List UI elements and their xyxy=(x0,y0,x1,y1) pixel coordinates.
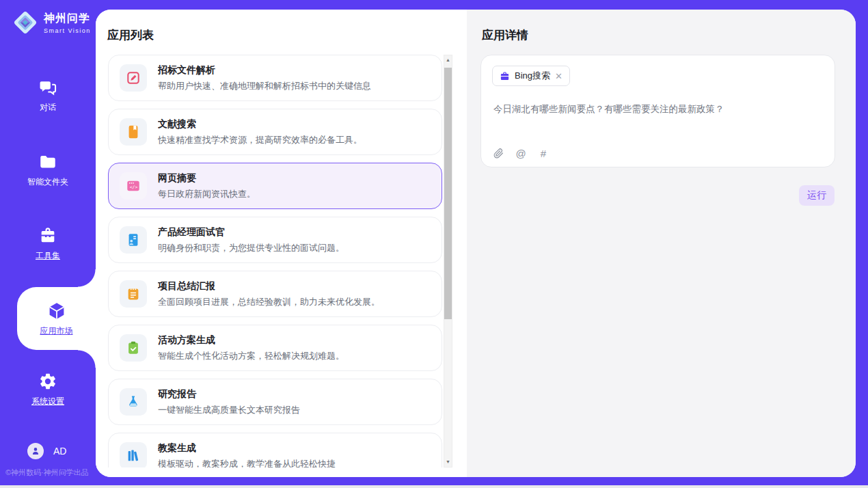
sidebar-item-chat[interactable]: 对话 xyxy=(0,77,96,113)
sidebar-item-label: 应用市场 xyxy=(40,325,73,337)
app-card[interactable]: 活动方案生成智能生成个性化活动方案，轻松解决规划难题。 xyxy=(108,325,442,371)
at-icon[interactable]: @ xyxy=(515,148,526,159)
sidebar-item-label: 工具集 xyxy=(36,250,60,262)
hash-icon[interactable]: # xyxy=(538,148,549,159)
app-name: 研究报告 xyxy=(158,388,300,401)
app-description: 智能生成个性化活动方案，轻松解决规划难题。 xyxy=(158,350,344,362)
person-document-icon xyxy=(120,226,147,254)
sidebar: 神州问学 Smart Vision 对话智能文件夹工具集应用市场系统设置 AD … xyxy=(0,0,96,485)
paperclip-icon[interactable] xyxy=(493,148,504,159)
diamond-logo-icon xyxy=(12,10,38,36)
svg-text:</>: </> xyxy=(130,185,138,190)
sidebar-item-toolbox[interactable]: 工具集 xyxy=(0,226,96,262)
copyright-text: ©神州数码·神州问学出品 xyxy=(5,467,89,478)
app-description: 快速精准查找学术资源，提高研究效率的必备工具。 xyxy=(158,134,362,146)
notepad-icon xyxy=(120,280,147,308)
app-card[interactable]: 招标文件解析帮助用户快速、准确地理解和解析招标书中的关键信息 xyxy=(108,55,442,101)
app-name: 项目总结汇报 xyxy=(158,280,380,293)
composer-toolbar: @ # xyxy=(493,148,549,159)
flask-icon xyxy=(120,388,147,416)
gear-icon xyxy=(38,371,58,392)
app-card[interactable]: 教案生成模板驱动，教案秒成，教学准备从此轻松快捷 xyxy=(108,433,442,467)
sidebar-item-label: 对话 xyxy=(40,102,56,113)
user-account[interactable]: AD xyxy=(27,443,66,459)
app-detail-title: 应用详情 xyxy=(482,27,528,43)
scroll-down-icon[interactable]: ▼ xyxy=(444,457,452,467)
app-list-pane: 应用列表 招标文件解析帮助用户快速、准确地理解和解析招标书中的关键信息文献搜索快… xyxy=(96,10,467,477)
run-button[interactable]: 运行 xyxy=(799,185,835,206)
app-description: 全面回顾项目进展，总结经验教训，助力未来优化发展。 xyxy=(158,296,380,308)
folder-icon xyxy=(38,152,58,172)
app-name: 文献搜索 xyxy=(158,118,362,131)
scrollbar-thumb[interactable] xyxy=(444,68,452,319)
query-text[interactable]: 今日湖北有哪些新闻要点？有哪些需要关注的最新政策？ xyxy=(493,103,822,116)
app-name: 教案生成 xyxy=(158,442,336,455)
app-card[interactable]: </>网页摘要每日政府新闻资讯快查。 xyxy=(108,163,442,209)
app-card[interactable]: 项目总结汇报全面回顾项目进展，总结经验教训，助力未来优化发展。 xyxy=(108,271,442,317)
briefcase-icon xyxy=(500,71,510,81)
browser-window-icon: </> xyxy=(120,172,147,200)
close-icon[interactable]: ✕ xyxy=(555,72,562,81)
toolbox-icon xyxy=(38,226,58,246)
concave-corner xyxy=(78,350,96,368)
concave-corner xyxy=(78,269,96,287)
app-window-frame: 神州问学 Smart Vision 对话智能文件夹工具集应用市场系统设置 AD … xyxy=(0,0,868,485)
sidebar-item-label: 智能文件夹 xyxy=(27,176,68,188)
clipboard-check-icon xyxy=(120,334,147,362)
app-detail-pane: 应用详情 Bing搜索 ✕ 今日湖北有哪些新闻要点？有哪些需要关注的最新政策？ xyxy=(467,10,856,477)
cube-icon xyxy=(46,301,67,321)
brand-logo: 神州问学 Smart Vision xyxy=(12,10,91,36)
person-icon xyxy=(31,446,40,456)
book-icon xyxy=(120,118,147,146)
app-list: 招标文件解析帮助用户快速、准确地理解和解析招标书中的关键信息文献搜索快速精准查找… xyxy=(108,55,442,467)
sidebar-item-label: 系统设置 xyxy=(31,396,64,407)
scroll-up-icon[interactable]: ▲ xyxy=(444,55,452,65)
app-name: 网页摘要 xyxy=(158,172,256,185)
app-description: 一键智能生成高质量长文本研究报告 xyxy=(158,404,300,416)
sidebar-item-cube[interactable]: 应用市场 xyxy=(17,287,96,350)
books-icon xyxy=(120,442,147,467)
app-name: 产品经理面试官 xyxy=(158,226,344,239)
chat-icon xyxy=(38,77,58,98)
app-name: 活动方案生成 xyxy=(158,334,344,347)
app-description: 帮助用户快速、准确地理解和解析招标书中的关键信息 xyxy=(158,80,371,92)
app-card[interactable]: 研究报告一键智能生成高质量长文本研究报告 xyxy=(108,379,442,425)
avatar xyxy=(27,443,44,459)
app-card[interactable]: 产品经理面试官明确身份和职责，为您提供专业性的面试问题。 xyxy=(108,217,442,263)
sidebar-item-gear[interactable]: 系统设置 xyxy=(0,371,96,407)
tool-tag-label: Bing搜索 xyxy=(515,70,550,82)
app-name: 招标文件解析 xyxy=(158,64,371,77)
main-content-panel: 应用列表 招标文件解析帮助用户快速、准确地理解和解析招标书中的关键信息文献搜索快… xyxy=(96,10,856,477)
query-composer: Bing搜索 ✕ 今日湖北有哪些新闻要点？有哪些需要关注的最新政策？ @ # xyxy=(480,55,835,167)
sidebar-item-folder[interactable]: 智能文件夹 xyxy=(0,152,96,188)
user-initials: AD xyxy=(53,446,66,457)
app-description: 明确身份和职责，为您提供专业性的面试问题。 xyxy=(158,242,344,254)
app-list-scrollbar[interactable]: ▲ ▼ xyxy=(444,55,452,467)
app-description: 每日政府新闻资讯快查。 xyxy=(158,188,256,200)
brand-name: 神州问学 xyxy=(44,12,91,26)
app-card[interactable]: 文献搜索快速精准查找学术资源，提高研究效率的必备工具。 xyxy=(108,109,442,155)
app-description: 模板驱动，教案秒成，教学准备从此轻松快捷 xyxy=(158,458,336,468)
document-pen-icon xyxy=(120,64,147,92)
brand-subtitle: Smart Vision xyxy=(44,27,91,34)
tool-tag-bing-search[interactable]: Bing搜索 ✕ xyxy=(492,66,570,86)
app-list-title: 应用列表 xyxy=(107,27,154,43)
